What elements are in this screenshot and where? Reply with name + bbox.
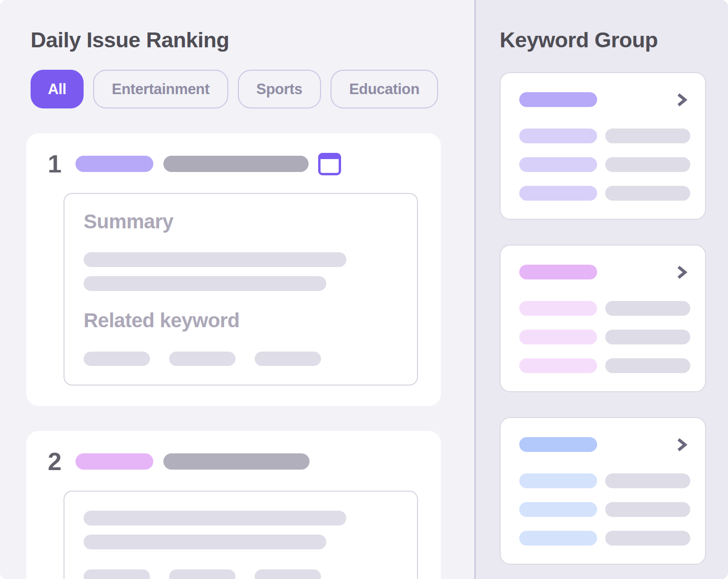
value-pill [605, 129, 690, 143]
group-header [519, 92, 688, 107]
group-title-pill [519, 265, 597, 279]
filter-tab-sports[interactable]: Sports [238, 70, 321, 108]
issue-title-pill [163, 453, 310, 470]
keyword-group-card-3[interactable] [500, 417, 706, 565]
keyword-row [519, 157, 688, 172]
value-pill [605, 330, 690, 344]
filter-tab-education[interactable]: Education [331, 70, 438, 108]
related-keyword-heading: Related keyword [84, 309, 398, 332]
daily-issue-ranking-panel: Daily Issue Ranking All Entertainment Sp… [0, 0, 474, 579]
ranking-card-2[interactable]: 2 [26, 431, 441, 579]
chevron-right-icon[interactable] [674, 93, 688, 107]
daily-issue-dashboard: Daily Issue Ranking All Entertainment Sp… [0, 0, 728, 579]
summary-placeholder-line [84, 276, 326, 291]
ranking-row: 2 [48, 449, 419, 474]
filter-tab-all[interactable]: All [31, 70, 84, 108]
keyword-chip [169, 352, 236, 366]
group-title-pill [519, 437, 597, 452]
rank-number: 1 [48, 151, 75, 176]
issue-detail-box: Summary Related keyword [64, 193, 418, 386]
keyword-group-title: Keyword Group [500, 28, 728, 53]
issue-keyword-pill [75, 156, 153, 172]
keyword-row [519, 473, 688, 488]
keyword-row [519, 330, 688, 344]
group-title-pill [519, 92, 597, 107]
keyword-pill [519, 129, 597, 143]
ranking-card-1[interactable]: 1 Summary Related keyword [26, 133, 441, 406]
keyword-pill [519, 531, 597, 546]
keyword-group-panel: Keyword Group [474, 0, 728, 579]
keyword-pill [519, 157, 597, 172]
value-pill [605, 157, 690, 172]
open-window-icon[interactable] [318, 153, 341, 175]
summary-placeholder-line [84, 511, 346, 525]
page-title: Daily Issue Ranking [31, 28, 474, 53]
keyword-pill [519, 186, 597, 201]
filter-tab-entertainment[interactable]: Entertainment [93, 70, 228, 108]
keyword-row [519, 129, 688, 143]
issue-title-pill [163, 156, 309, 172]
summary-heading: Summary [84, 210, 398, 233]
related-keyword-chips [84, 352, 398, 366]
value-pill [605, 531, 690, 546]
keyword-row [519, 301, 688, 316]
keyword-group-card-1[interactable] [500, 72, 706, 220]
summary-placeholder-line [84, 535, 326, 549]
keyword-pill [519, 473, 597, 488]
category-filter-tabs: All Entertainment Sports Education [31, 70, 474, 108]
group-header [519, 437, 688, 452]
keyword-row [519, 186, 688, 201]
value-pill [605, 473, 690, 488]
keyword-pill [519, 502, 597, 517]
keyword-chip [255, 352, 321, 366]
keyword-chip [169, 569, 236, 579]
issue-detail-box [64, 491, 418, 579]
keyword-row [519, 502, 688, 517]
keyword-pill [519, 330, 597, 344]
keyword-chip [84, 352, 150, 366]
rank-number: 2 [48, 449, 75, 474]
value-pill [605, 186, 690, 201]
related-keyword-chips [84, 569, 398, 579]
keyword-row [519, 531, 688, 546]
value-pill [605, 358, 690, 373]
chevron-right-icon[interactable] [674, 438, 688, 452]
keyword-pill [519, 301, 597, 316]
summary-placeholder-line [84, 252, 346, 267]
issue-keyword-pill [75, 453, 153, 470]
keyword-pill [519, 358, 597, 373]
value-pill [605, 502, 690, 517]
keyword-chip [255, 569, 321, 579]
keyword-row [519, 358, 688, 373]
keyword-group-card-2[interactable] [500, 245, 706, 392]
ranking-row: 1 [48, 151, 419, 176]
keyword-chip [84, 569, 150, 579]
group-header [519, 265, 688, 279]
chevron-right-icon[interactable] [674, 265, 688, 279]
value-pill [605, 301, 690, 316]
